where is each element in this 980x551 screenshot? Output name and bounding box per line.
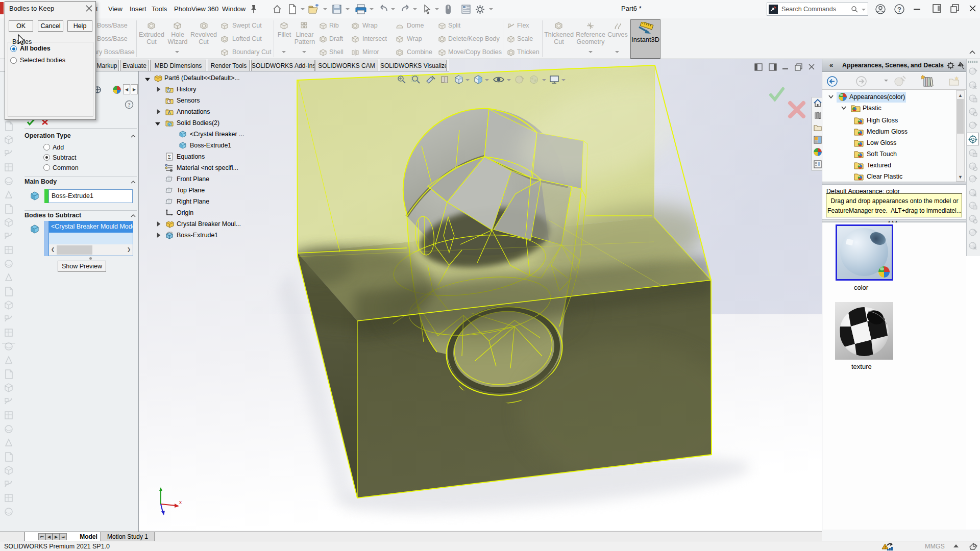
svg-text:?: ?	[897, 6, 901, 13]
svg-text:Σ: Σ	[168, 154, 171, 160]
svg-text:A: A	[167, 110, 170, 115]
svg-text:!: !	[885, 545, 886, 549]
svg-text:?: ?	[128, 102, 131, 108]
svg-text:x: x	[179, 499, 182, 505]
